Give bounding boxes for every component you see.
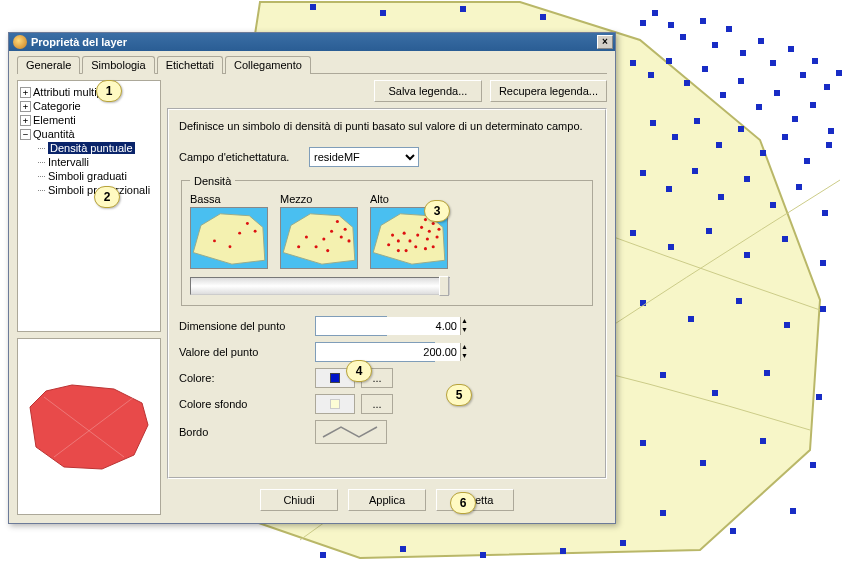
- svg-rect-56: [712, 390, 718, 396]
- svg-point-83: [213, 239, 216, 242]
- tree-expand-icon[interactable]: +: [20, 115, 31, 126]
- spin-down-icon[interactable]: ▼: [460, 326, 468, 335]
- close-icon[interactable]: ×: [597, 35, 613, 49]
- svg-rect-5: [712, 42, 718, 48]
- density-slider[interactable]: [190, 277, 450, 295]
- svg-point-102: [426, 237, 429, 240]
- svg-rect-25: [810, 102, 816, 108]
- svg-rect-62: [810, 462, 816, 468]
- point-value-field[interactable]: [316, 343, 460, 361]
- titlebar[interactable]: Proprietà del layer ×: [9, 33, 615, 51]
- save-legend-button[interactable]: Salva legenda...: [374, 80, 482, 102]
- svg-rect-29: [694, 118, 700, 124]
- spin-down-icon[interactable]: ▼: [460, 352, 468, 361]
- svg-point-92: [305, 235, 308, 238]
- svg-point-113: [387, 243, 390, 246]
- symbology-panel: Definisce un simbolo di densità di punti…: [167, 108, 607, 479]
- svg-rect-28: [672, 134, 678, 140]
- label-field-combo[interactable]: resideMF: [309, 147, 419, 167]
- symbology-tree[interactable]: + Attributi multipli + Categorie + Eleme…: [17, 80, 161, 332]
- svg-point-105: [403, 231, 406, 234]
- svg-point-86: [344, 227, 347, 230]
- svg-rect-47: [744, 252, 750, 258]
- svg-point-88: [340, 235, 343, 238]
- svg-rect-69: [540, 14, 546, 20]
- svg-rect-17: [666, 58, 672, 64]
- svg-rect-71: [560, 548, 566, 554]
- density-preview-bassa[interactable]: [190, 207, 268, 269]
- svg-rect-2: [668, 22, 674, 28]
- svg-rect-40: [744, 176, 750, 182]
- tree-elementi[interactable]: Elementi: [33, 114, 76, 126]
- svg-rect-58: [816, 394, 822, 400]
- density-alto-label: Alto: [370, 193, 389, 205]
- svg-rect-24: [792, 116, 798, 122]
- svg-rect-44: [630, 230, 636, 236]
- svg-point-111: [405, 249, 408, 252]
- spin-up-icon[interactable]: ▲: [460, 317, 468, 326]
- layer-preview: [17, 338, 161, 515]
- svg-point-112: [397, 249, 400, 252]
- svg-rect-26: [828, 128, 834, 134]
- svg-rect-51: [688, 316, 694, 322]
- symbology-description: Definisce un simbolo di densità di punti…: [179, 118, 595, 135]
- callout-1: 1: [96, 80, 122, 102]
- svg-point-109: [424, 247, 427, 250]
- svg-rect-9: [770, 60, 776, 66]
- tree-quantita[interactable]: Quantità: [33, 128, 75, 140]
- callout-2: 2: [94, 186, 120, 208]
- svg-rect-61: [760, 438, 766, 444]
- callout-3: 3: [424, 200, 450, 222]
- point-size-input[interactable]: ▲▼: [315, 316, 387, 336]
- tab-generale[interactable]: Generale: [17, 56, 80, 74]
- tree-collapse-icon[interactable]: −: [20, 129, 31, 140]
- svg-rect-66: [310, 4, 316, 10]
- tree-densita-puntuale[interactable]: Densità puntuale: [48, 142, 135, 154]
- tree-expand-icon[interactable]: +: [20, 101, 31, 112]
- point-value-input[interactable]: ▲▼: [315, 342, 435, 362]
- border-style-button[interactable]: [315, 420, 387, 444]
- svg-point-85: [336, 220, 339, 223]
- svg-rect-12: [812, 58, 818, 64]
- svg-rect-43: [822, 210, 828, 216]
- svg-point-98: [437, 227, 440, 230]
- svg-rect-48: [782, 236, 788, 242]
- tab-collegamento[interactable]: Collegamento: [225, 56, 311, 74]
- point-value-label: Valore del punto: [179, 346, 309, 358]
- tree-intervalli[interactable]: Intervalli: [48, 156, 89, 168]
- svg-point-89: [347, 239, 350, 242]
- svg-rect-23: [774, 90, 780, 96]
- svg-rect-63: [660, 510, 666, 516]
- svg-point-93: [297, 245, 300, 248]
- svg-rect-55: [660, 372, 666, 378]
- svg-rect-64: [730, 528, 736, 534]
- svg-point-80: [254, 229, 257, 232]
- density-preview-mezzo[interactable]: [280, 207, 358, 269]
- svg-point-79: [246, 222, 249, 225]
- svg-rect-41: [770, 202, 776, 208]
- bgcolor-more-button[interactable]: ...: [361, 394, 393, 414]
- tab-etichettati[interactable]: Etichettati: [157, 56, 223, 74]
- point-size-field[interactable]: [316, 317, 460, 335]
- svg-point-106: [397, 239, 400, 242]
- svg-rect-32: [760, 150, 766, 156]
- tab-simbologia[interactable]: Simbologia: [82, 56, 154, 74]
- svg-point-101: [436, 235, 439, 238]
- load-legend-button[interactable]: Recupera legenda...: [490, 80, 607, 102]
- bgcolor-swatch-button[interactable]: [315, 394, 355, 414]
- tree-expand-icon[interactable]: +: [20, 87, 31, 98]
- apply-button[interactable]: Applica: [348, 489, 426, 511]
- spin-up-icon[interactable]: ▲: [460, 343, 468, 352]
- svg-rect-74: [320, 552, 326, 558]
- slider-thumb[interactable]: [439, 276, 449, 296]
- close-button[interactable]: Chiudi: [260, 489, 338, 511]
- svg-rect-7: [740, 50, 746, 56]
- tree-simboli-graduati[interactable]: Simboli graduati: [48, 170, 127, 182]
- density-bassa-label: Bassa: [190, 193, 221, 205]
- svg-point-108: [414, 245, 417, 248]
- tree-categorie[interactable]: Categorie: [33, 100, 81, 112]
- svg-rect-18: [684, 80, 690, 86]
- bgcolor-swatch-icon: [330, 399, 340, 409]
- svg-rect-73: [400, 546, 406, 552]
- color-label: Colore:: [179, 372, 309, 384]
